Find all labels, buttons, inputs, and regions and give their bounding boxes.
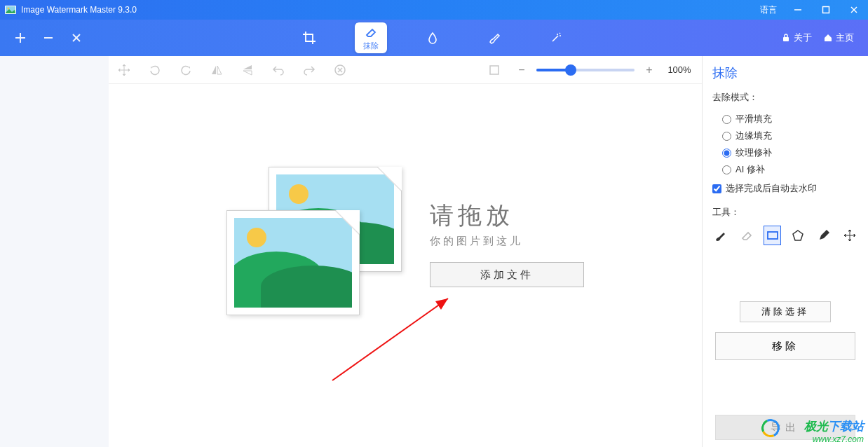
remove-button[interactable]: 移除 [715,332,855,360]
close-button[interactable] [840,0,868,20]
svg-rect-19 [768,232,778,239]
rotate-left-icon[interactable] [147,62,163,78]
top-nav: 抹除 关于 主页 [0,20,868,56]
home-label: 主页 [836,32,854,44]
clear-selection-button[interactable]: 清除选择 [740,301,831,322]
rotate-right-icon[interactable] [177,62,194,78]
add-file-button[interactable]: 添加文件 [430,262,584,287]
drop-title: 请拖放 [430,200,584,232]
flip-h-icon[interactable] [208,62,225,78]
close-tab-button[interactable] [69,30,84,46]
about-label: 关于 [794,32,812,44]
radio-edge[interactable]: 边缘填充 [712,128,858,144]
tools-section-label: 工具： [712,206,858,219]
svg-rect-16 [490,66,499,74]
mode-crop[interactable] [293,22,325,53]
drop-zone[interactable]: 请拖放 你的图片到这儿 添加文件 [109,84,702,447]
mode-erase[interactable]: 抹除 [355,22,387,53]
delete-icon[interactable] [332,62,348,78]
mode-wand[interactable] [540,22,572,53]
auto-remove-checkbox[interactable]: 选择完成后自动去水印 [712,178,858,199]
about-link[interactable]: 关于 [781,32,812,44]
mode-erase-label: 抹除 [363,41,379,51]
tool-eraser-icon[interactable] [738,226,756,245]
redo-icon[interactable] [301,62,318,78]
app-logo-icon [4,4,17,16]
left-strip [0,56,109,447]
app-title: Image Watermark Master 9.3.0 [21,5,137,15]
workspace: − + 100% 请拖放 你的图片到这儿 添加文件 [0,56,868,447]
radio-texture[interactable]: 纹理修补 [712,144,858,161]
lock-icon [781,33,791,43]
tool-brush-icon[interactable] [712,226,730,245]
droplet-icon [426,31,440,45]
radio-ai[interactable]: AI 修补 [712,161,858,178]
side-heading: 抹除 [712,64,858,81]
export-button[interactable]: 导出 [715,415,855,440]
flip-v-icon[interactable] [239,62,256,78]
zoom-in-button[interactable]: + [642,62,657,78]
tool-move-icon[interactable] [841,226,858,245]
mode-section-label: 去除模式： [712,91,858,104]
home-link[interactable]: 主页 [823,32,854,44]
add-tab-button[interactable] [13,30,28,46]
svg-rect-4 [823,7,829,13]
image-placeholder-icon [226,167,409,321]
undo-icon[interactable] [270,62,287,78]
crop-icon [302,31,316,45]
radio-smooth[interactable]: 平滑填充 [712,111,858,128]
home-icon [823,33,833,43]
tool-pen-icon[interactable] [815,226,833,245]
mode-brush[interactable] [478,22,510,53]
tool-polygon-icon[interactable] [789,226,807,245]
mode-droplet[interactable] [416,22,449,53]
move-tool-icon[interactable] [116,62,133,78]
maximize-button[interactable] [812,0,840,20]
zoom-slider[interactable] [536,69,635,71]
minimize-button[interactable] [784,0,812,20]
side-panel: 抹除 去除模式： 平滑填充 边缘填充 纹理修补 AI 修补 选择完成后自动去水印… [703,56,868,447]
brush-icon [487,31,501,45]
language-menu[interactable]: 语言 [760,4,777,16]
title-bar: Image Watermark Master 9.3.0 语言 [0,0,868,20]
wand-icon [549,31,563,45]
svg-rect-12 [783,37,789,41]
eraser-icon [364,25,378,39]
minimize-tab-button[interactable] [41,30,56,46]
drop-subtitle: 你的图片到这儿 [430,235,584,248]
tool-rectangle-icon[interactable] [764,226,781,245]
zoom-percent: 100% [664,64,695,75]
canvas-area: − + 100% 请拖放 你的图片到这儿 添加文件 [109,56,703,447]
zoom-out-button[interactable]: − [514,62,529,78]
fit-icon[interactable] [486,62,503,78]
canvas-toolbar: − + 100% [109,56,702,84]
